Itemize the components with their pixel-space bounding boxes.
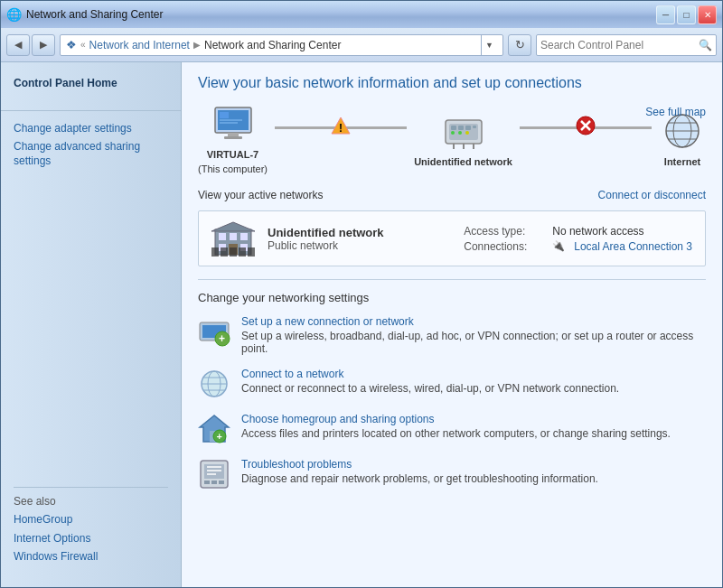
setup-connection-icon: + <box>198 315 230 348</box>
sidebar-home-section: Control Panel Home <box>1 73 181 103</box>
svg-rect-11 <box>451 126 456 130</box>
sidebar-adapter-settings[interactable]: Change adapter settings <box>14 122 168 136</box>
internet-label: Internet <box>664 156 700 167</box>
svg-text:!: ! <box>339 122 343 135</box>
setup-connection-link[interactable]: Set up a new connection or network <box>241 315 706 328</box>
window-title: Network and Sharing Center <box>26 8 163 21</box>
settings-header: Change your networking settings <box>198 291 706 304</box>
troubleshoot-icon <box>198 458 230 490</box>
unidentified-icon <box>440 113 487 153</box>
access-type-value: No network access <box>552 225 643 238</box>
computer-sublabel: (This computer) <box>198 163 268 174</box>
network-line2 <box>520 126 652 129</box>
access-type-row: Access type: No network access <box>464 225 692 238</box>
svg-rect-57 <box>204 481 210 484</box>
svg-rect-32 <box>240 233 248 240</box>
svg-rect-41 <box>248 247 255 257</box>
sidebar-see-also: See also HomeGroup Internet Options Wind… <box>1 472 181 576</box>
sidebar-divider2 <box>14 487 168 488</box>
unidentified-node: Unidentified network <box>414 113 512 167</box>
settings-text-3: Troubleshoot problems Diagnose and repai… <box>241 458 706 485</box>
troubleshoot-desc: Diagnose and repair network problems, or… <box>241 472 598 485</box>
sidebar-homegroup[interactable]: HomeGroup <box>14 513 168 527</box>
main-window: 🌐 Network and Sharing Center ─ □ ✕ ◀ ▶ ❖… <box>0 0 723 588</box>
connect-disconnect-link[interactable]: Connect or disconnect <box>598 189 706 201</box>
svg-rect-40 <box>239 247 246 257</box>
svg-marker-36 <box>211 222 255 231</box>
addressbar: ◀ ▶ ❖ « Network and Internet ▶ Network a… <box>1 28 722 62</box>
warning-icon: ! <box>330 116 352 140</box>
computer-label: VIRTUAL-7 <box>207 149 258 160</box>
svg-rect-39 <box>230 247 237 257</box>
search-icon: 🔍 <box>699 39 712 51</box>
troubleshoot-link[interactable]: Troubleshoot problems <box>241 458 706 471</box>
svg-rect-2 <box>228 133 239 136</box>
refresh-button[interactable]: ↻ <box>508 34 531 56</box>
titlebar: 🌐 Network and Sharing Center ─ □ ✕ <box>1 1 722 28</box>
network-name: Unidentified network <box>268 226 451 239</box>
settings-text-0: Set up a new connection or network Set u… <box>241 315 706 355</box>
connections-label: Connections: <box>464 240 545 253</box>
internet-node: Internet <box>659 113 706 167</box>
settings-text-1: Connect to a network Connect or reconnec… <box>241 368 706 395</box>
network-card-icon <box>211 220 255 257</box>
search-input[interactable] <box>540 39 699 51</box>
sidebar-home-link[interactable]: Control Panel Home <box>14 77 168 91</box>
see-also-label: See also <box>14 495 168 508</box>
unidentified-label: Unidentified network <box>414 156 512 167</box>
svg-rect-58 <box>211 481 217 484</box>
svg-text:+: + <box>219 332 225 345</box>
breadcrumb-current: Network and Sharing Center <box>204 39 341 51</box>
svg-rect-12 <box>458 126 464 130</box>
breadcrumb-network-internet[interactable]: Network and Internet <box>89 39 190 51</box>
homegroup-link[interactable]: Choose homegroup and sharing options <box>241 413 706 425</box>
close-button[interactable]: ✕ <box>698 5 717 24</box>
sidebar-advanced-sharing[interactable]: Change advanced sharing settings <box>14 140 168 168</box>
maximize-button[interactable]: □ <box>677 5 696 24</box>
network-card-info: Unidentified network Public network <box>268 226 451 252</box>
network-details: Access type: No network access Connectio… <box>464 225 692 253</box>
svg-rect-13 <box>465 126 471 130</box>
computer-node: VIRTUAL-7 (This computer) <box>198 106 268 174</box>
active-networks-label: View your active networks <box>198 189 324 201</box>
svg-rect-30 <box>219 233 226 240</box>
minimize-button[interactable]: ─ <box>656 5 675 24</box>
svg-rect-37 <box>211 247 219 257</box>
svg-rect-14 <box>473 126 476 128</box>
connection-icon: 🔌 <box>552 240 565 253</box>
window-icon: 🌐 <box>6 7 22 22</box>
content-area: View your basic network information and … <box>182 62 722 587</box>
settings-text-2: Choose homegroup and sharing options Acc… <box>241 413 706 440</box>
network-type: Public network <box>268 239 451 252</box>
svg-point-15 <box>451 131 455 135</box>
sidebar-links-section: Change adapter settings Change advanced … <box>1 118 181 181</box>
svg-rect-6 <box>220 122 238 124</box>
titlebar-left: 🌐 Network and Sharing Center <box>6 7 163 22</box>
sidebar-divider1 <box>1 110 181 111</box>
breadcrumb-dropdown[interactable]: ▼ <box>481 35 497 55</box>
access-type-label: Access type: <box>464 225 545 238</box>
settings-item-0: + Set up a new connection or network Set… <box>198 315 706 355</box>
svg-rect-3 <box>224 136 242 139</box>
sidebar-internet-options[interactable]: Internet Options <box>14 532 168 546</box>
setup-connection-desc: Set up a wireless, broadband, dial-up, a… <box>241 330 693 355</box>
connections-row: Connections: 🔌 Local Area Connection 3 <box>464 240 692 253</box>
network-line1: ! <box>275 126 407 129</box>
forward-button[interactable]: ▶ <box>32 34 55 56</box>
internet-icon <box>659 113 706 153</box>
nav-buttons: ◀ ▶ <box>6 34 55 56</box>
titlebar-buttons: ─ □ ✕ <box>656 5 717 24</box>
back-button[interactable]: ◀ <box>6 34 30 56</box>
breadcrumb-sep1: « <box>80 40 86 50</box>
connect-network-link[interactable]: Connect to a network <box>241 368 706 380</box>
sidebar-windows-firewall[interactable]: Windows Firewall <box>14 550 168 565</box>
svg-rect-38 <box>221 247 228 257</box>
svg-rect-31 <box>230 233 237 240</box>
network-card: Unidentified network Public network Acce… <box>198 210 706 266</box>
svg-point-17 <box>465 131 469 135</box>
search-bar: 🔍 <box>536 34 717 56</box>
svg-rect-59 <box>219 481 224 484</box>
connection-link[interactable]: Local Area Connection 3 <box>574 240 692 253</box>
main-area: Control Panel Home Change adapter settin… <box>1 62 722 587</box>
see-full-map-link[interactable]: See full map <box>645 106 706 118</box>
